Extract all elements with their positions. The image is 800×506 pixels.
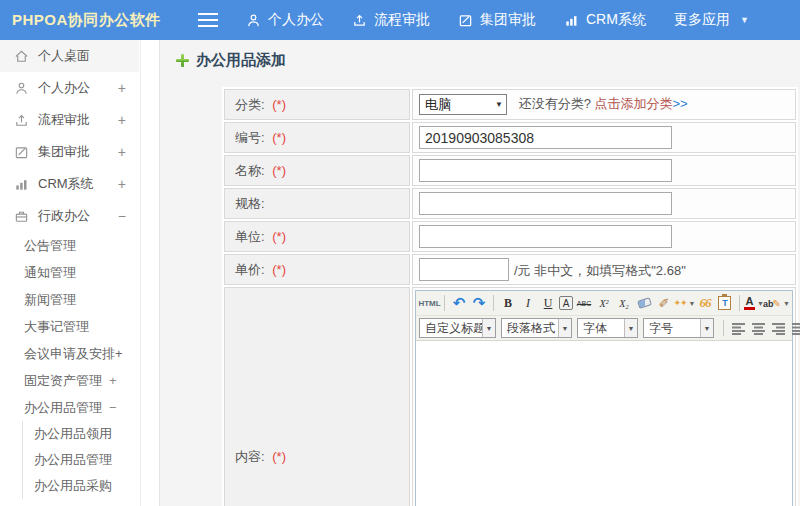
add-category-link[interactable]: 点击添加分类 bbox=[594, 96, 672, 111]
align-right-icon[interactable] bbox=[769, 319, 787, 338]
chart-icon bbox=[13, 177, 29, 192]
hamburger-menu-icon[interactable] bbox=[198, 13, 218, 27]
custom-heading-select[interactable]: 自定义标题▼ bbox=[419, 318, 496, 338]
form-row-content: 内容: (*) HTML ↶ ↷ B I U A ABC bbox=[224, 287, 796, 506]
strikethrough-button[interactable]: ABC bbox=[575, 294, 593, 313]
office-supplies-submenu: 办公用品领用 办公用品管理 办公用品采购 bbox=[22, 421, 159, 499]
toolbar-separator bbox=[723, 320, 724, 336]
font-box-button[interactable]: A bbox=[559, 296, 573, 310]
sidebar-item-group-approval[interactable]: 集团审批 + bbox=[0, 136, 159, 168]
expand-plus-icon: + bbox=[118, 176, 126, 192]
source-html-button[interactable]: HTML bbox=[420, 294, 439, 313]
bold-button[interactable]: B bbox=[499, 294, 517, 313]
price-input[interactable] bbox=[419, 258, 509, 281]
redo-icon[interactable]: ↷ bbox=[470, 294, 488, 313]
sidebar-item-label: 集团审批 bbox=[38, 143, 90, 161]
paste-as-text-icon[interactable]: T bbox=[716, 294, 734, 313]
sidebar-item-fixed-assets-mgmt[interactable]: 固定资产管理 + bbox=[0, 367, 159, 394]
sidebar-item-news-mgmt[interactable]: 新闻管理 bbox=[0, 286, 159, 313]
field-label: 规格: bbox=[235, 196, 265, 211]
form-row-price: 单价: (*) /元 非中文，如填写格式"2.68" bbox=[224, 254, 796, 285]
briefcase-icon bbox=[13, 209, 29, 224]
sidebar-item-workflow-approval[interactable]: 流程审批 + bbox=[0, 104, 159, 136]
required-marker: (*) bbox=[272, 130, 286, 145]
sidebar-item-label: 固定资产管理 bbox=[24, 372, 102, 390]
sidebar-item-meeting-request[interactable]: 会议申请及安排+ bbox=[0, 340, 159, 367]
eraser-icon[interactable] bbox=[635, 294, 653, 313]
sidebar-item-supplies-purchase[interactable]: 办公用品采购 bbox=[23, 473, 159, 499]
subscript-button[interactable]: X₂ bbox=[615, 294, 633, 313]
user-icon bbox=[246, 13, 261, 28]
align-center-icon[interactable] bbox=[749, 319, 767, 338]
expand-plus-icon: + bbox=[118, 112, 126, 128]
sidebar-item-supplies-manage[interactable]: 办公用品管理 bbox=[23, 447, 159, 473]
sidebar-item-office-supplies-mgmt[interactable]: 办公用品管理 − bbox=[0, 394, 159, 421]
sidebar-item-personal-desktop[interactable]: 个人桌面 bbox=[0, 40, 139, 72]
align-justify-icon[interactable] bbox=[789, 319, 800, 338]
undo-icon[interactable]: ↶ bbox=[450, 294, 468, 313]
blockquote-button[interactable]: 66 bbox=[696, 294, 714, 313]
sidebar-item-supplies-requisition[interactable]: 办公用品领用 bbox=[23, 421, 159, 447]
highlight-color-button[interactable]: ab✎▼ bbox=[765, 294, 788, 313]
nav-personal-office[interactable]: 个人办公 bbox=[246, 11, 324, 29]
rich-text-editor: HTML ↶ ↷ B I U A ABC X² X₂ ✐ bbox=[415, 290, 793, 506]
unit-input[interactable] bbox=[419, 225, 672, 248]
nav-label: 流程审批 bbox=[374, 11, 430, 29]
required-marker: (*) bbox=[272, 449, 286, 464]
name-input[interactable] bbox=[419, 159, 672, 182]
form-row-category: 分类: (*) 电脑 ▼ 还没有分类? 点击添加分类>> bbox=[224, 89, 796, 120]
toolbar-separator bbox=[493, 295, 494, 311]
nav-crm-system[interactable]: CRM系统 bbox=[564, 11, 646, 29]
nav-workflow-approval[interactable]: 流程审批 bbox=[352, 11, 430, 29]
nav-label: 更多应用 bbox=[674, 11, 730, 29]
toolbar-separator bbox=[739, 295, 740, 311]
paragraph-format-select[interactable]: 段落格式▼ bbox=[501, 318, 572, 338]
add-category-link-arrows[interactable]: >> bbox=[672, 96, 687, 111]
sidebar-item-announcement-mgmt[interactable]: 公告管理 bbox=[0, 232, 159, 259]
code-label-cell: 编号: (*) bbox=[224, 122, 410, 153]
code-input[interactable] bbox=[419, 126, 672, 149]
flow-icon bbox=[13, 113, 29, 128]
underline-button[interactable]: U bbox=[539, 294, 557, 313]
page-title-text: 办公用品添加 bbox=[196, 51, 286, 70]
category-selected-value: 电脑 bbox=[425, 96, 451, 114]
expand-plus-icon: + bbox=[109, 373, 117, 388]
select-arrow-icon: ▼ bbox=[624, 319, 637, 337]
nav-group-approval[interactable]: 集团审批 bbox=[458, 11, 536, 29]
sidebar-item-label: 个人桌面 bbox=[38, 47, 90, 65]
spec-input[interactable] bbox=[419, 192, 672, 215]
sidebar-item-label: 办公用品采购 bbox=[34, 477, 112, 495]
sidebar-item-notice-mgmt[interactable]: 通知管理 bbox=[0, 259, 159, 286]
nav-more-apps[interactable]: 更多应用 ▼ bbox=[674, 11, 749, 29]
superscript-button[interactable]: X² bbox=[595, 294, 613, 313]
sidebar-item-label: 办公用品领用 bbox=[34, 425, 112, 443]
font-size-select[interactable]: 字号▼ bbox=[643, 318, 714, 338]
sidebar-item-label: CRM系统 bbox=[38, 175, 94, 193]
edit-icon bbox=[13, 145, 29, 160]
font-family-select[interactable]: 字体▼ bbox=[577, 318, 638, 338]
field-label: 单价: bbox=[235, 262, 265, 277]
format-brush-icon[interactable]: ✐ bbox=[655, 294, 673, 313]
required-marker: (*) bbox=[272, 97, 286, 112]
quick-format-icon[interactable]: ✦✦▼ bbox=[675, 294, 694, 313]
sidebar-item-label: 流程审批 bbox=[38, 111, 90, 129]
editor-content-area[interactable] bbox=[416, 341, 792, 506]
top-header: PHPOA协同办公软件 个人办公 流程审批 集团审批 CRM系统 bbox=[0, 0, 800, 40]
font-color-button[interactable]: A▼ bbox=[745, 294, 763, 313]
page-title: 办公用品添加 bbox=[176, 51, 800, 70]
sidebar-item-personal-office[interactable]: 个人办公 + bbox=[0, 72, 159, 104]
sidebar-item-crm-system[interactable]: CRM系统 + bbox=[0, 168, 159, 200]
add-supplies-form: 分类: (*) 电脑 ▼ 还没有分类? 点击添加分类>> 编号: (*) bbox=[222, 87, 798, 506]
select-arrow-icon: ▼ bbox=[495, 100, 503, 109]
italic-button[interactable]: I bbox=[519, 294, 537, 313]
content-label-cell: 内容: (*) bbox=[224, 287, 410, 506]
sidebar-item-admin-office[interactable]: 行政办公 − bbox=[0, 200, 159, 232]
select-arrow-icon: ▼ bbox=[482, 319, 495, 337]
chart-icon bbox=[564, 13, 579, 28]
sidebar-item-events-mgmt[interactable]: 大事记管理 bbox=[0, 313, 159, 340]
category-select[interactable]: 电脑 ▼ bbox=[419, 94, 507, 115]
field-label: 内容: bbox=[235, 449, 265, 464]
expand-plus-icon: + bbox=[118, 144, 126, 160]
home-icon bbox=[13, 49, 29, 64]
align-left-icon[interactable] bbox=[729, 319, 747, 338]
